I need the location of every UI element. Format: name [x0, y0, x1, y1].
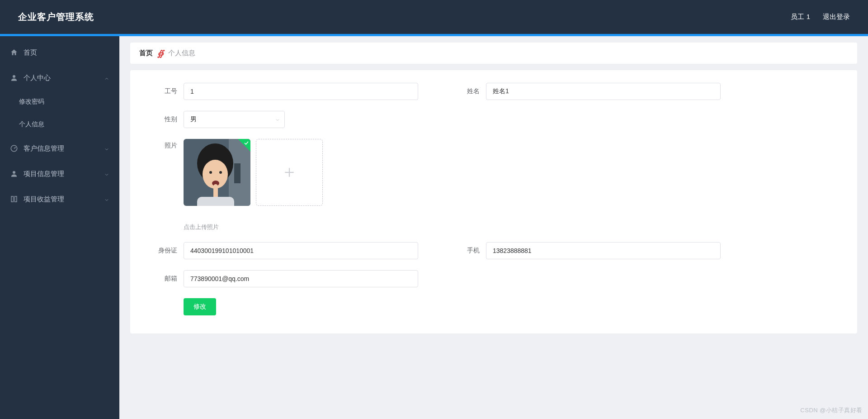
label-email: 邮箱 [152, 275, 177, 283]
svg-rect-3 [11, 196, 14, 202]
breadcrumb-current: 个人信息 [168, 49, 195, 57]
logout-link[interactable]: 退出登录 [823, 13, 850, 21]
topbar: 企业客户管理系统 员工 1 退出登录 [0, 0, 868, 36]
user-box: 员工 1 退出登录 [791, 13, 850, 21]
label-phone: 手机 [454, 247, 480, 255]
sidebar-item-label: 项目信息管理 [24, 170, 64, 178]
emp-no-input[interactable] [184, 83, 418, 100]
label-photo: 照片 [152, 139, 177, 150]
photo-thumbs [184, 139, 323, 206]
svg-point-0 [13, 75, 15, 78]
sidebar-item-personal[interactable]: 个人中心 [0, 65, 119, 90]
breadcrumb-separator-icon: ∯ [157, 49, 164, 57]
email-input[interactable] [184, 270, 418, 287]
svg-rect-7 [234, 163, 241, 183]
photo-thumb[interactable] [184, 139, 250, 206]
gender-select[interactable] [184, 111, 285, 128]
main: 首页 ∯ 个人信息 工号 姓名 性别 [119, 36, 868, 419]
sidebar-item-revenue[interactable]: 项目收益管理 [0, 186, 119, 212]
column-icon [10, 195, 18, 203]
user-label[interactable]: 员工 1 [791, 13, 810, 21]
gauge-icon [10, 144, 18, 152]
label-name: 姓名 [454, 87, 480, 95]
chevron-down-icon [104, 146, 109, 151]
phone-input[interactable] [486, 242, 721, 259]
sidebar-item-label: 项目收益管理 [24, 195, 64, 204]
svg-point-10 [209, 171, 212, 174]
user-solid-icon [10, 170, 18, 178]
upload-hint: 点击上传照片 [184, 223, 835, 231]
svg-rect-14 [197, 197, 234, 206]
sidebar: 首页 个人中心 修改密码 个人信息 客户信息管理 [0, 36, 119, 419]
sidebar-item-home[interactable]: 首页 [0, 40, 119, 65]
sidebar-item-label: 修改密码 [19, 98, 44, 106]
check-icon [244, 140, 249, 145]
chevron-down-icon [275, 117, 280, 122]
label-idcard: 身份证 [152, 247, 177, 255]
idcard-input[interactable] [184, 242, 418, 259]
form-card: 工号 姓名 性别 [130, 70, 857, 333]
sidebar-item-label: 首页 [24, 48, 37, 57]
svg-point-11 [219, 171, 222, 174]
chevron-up-icon [104, 75, 109, 81]
svg-rect-4 [15, 196, 17, 202]
submit-button[interactable]: 修改 [184, 298, 216, 315]
plus-icon [283, 167, 295, 178]
sidebar-item-customers[interactable]: 客户信息管理 [0, 136, 119, 161]
sidebar-item-label: 个人信息 [19, 120, 44, 129]
user-icon [10, 74, 18, 82]
name-input[interactable] [486, 83, 721, 100]
home-icon [10, 48, 18, 57]
label-emp-no: 工号 [152, 87, 177, 95]
breadcrumb-home[interactable]: 首页 [139, 49, 153, 57]
label-gender: 性别 [152, 115, 177, 124]
chevron-down-icon [104, 196, 109, 202]
sidebar-item-change-password[interactable]: 修改密码 [0, 90, 119, 113]
svg-point-2 [13, 171, 15, 174]
chevron-down-icon [104, 171, 109, 176]
sidebar-item-label: 客户信息管理 [24, 144, 64, 153]
app-title: 企业客户管理系统 [18, 11, 94, 23]
sidebar-item-projects[interactable]: 项目信息管理 [0, 161, 119, 186]
breadcrumb: 首页 ∯ 个人信息 [130, 43, 857, 64]
photo-uploader[interactable] [256, 139, 323, 206]
sidebar-item-profile[interactable]: 个人信息 [0, 113, 119, 136]
gender-select-value[interactable] [184, 111, 285, 128]
sidebar-item-label: 个人中心 [24, 74, 51, 82]
